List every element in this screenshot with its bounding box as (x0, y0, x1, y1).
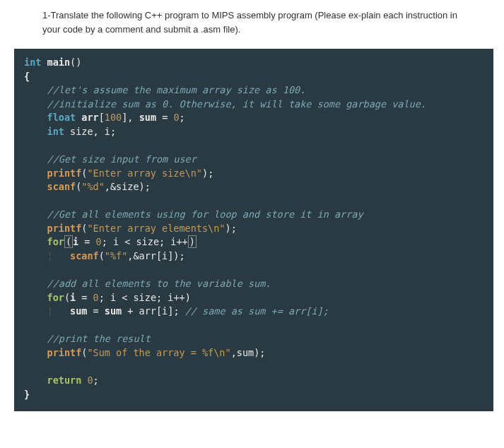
keyword-return: return (47, 375, 82, 386)
semi: ; (180, 112, 185, 123)
num-100: 100 (105, 112, 122, 123)
arr-i: arr[i]; (139, 305, 180, 317)
keyword-int: int (47, 126, 64, 137)
var-sum: sum (70, 305, 87, 317)
plus: + (122, 305, 139, 317)
open-brace: { (24, 71, 30, 82)
question-body: Translate the following C++ program to M… (42, 10, 457, 35)
parens: () (70, 57, 81, 68)
rest: ,&arr[i]); (127, 250, 184, 261)
eq: = (156, 112, 173, 123)
keyword-int: int (24, 57, 41, 68)
var-sum: sum (105, 305, 122, 317)
var-sum: sum (139, 112, 156, 123)
rest: ,&size); (105, 181, 151, 192)
comma: , (127, 112, 139, 123)
cond: i < size; i++) (110, 292, 191, 303)
num-zero: 0 (81, 375, 93, 386)
close-brace: } (24, 389, 30, 400)
indent-guide: ¦ (47, 250, 53, 261)
cursor-paren: ( (64, 235, 73, 248)
code-block: int main() { //let's assume the maximum … (14, 49, 493, 411)
string: "Enter array elements\n" (87, 223, 225, 234)
fn-printf: printf (47, 223, 82, 234)
num-zero: 0 (173, 112, 179, 123)
num-zero: 0 (96, 236, 102, 247)
vars: size, i; (64, 126, 116, 137)
rest: ,sum); (231, 347, 266, 358)
indent-guide: ¦ (47, 305, 53, 317)
fn-printf: printf (47, 347, 82, 358)
comment: //Get size input from user (47, 153, 197, 165)
semi: ; (93, 375, 99, 386)
paren: ); (225, 223, 237, 234)
paren: ( (99, 250, 105, 261)
fn-scanf: scanf (47, 181, 76, 192)
eq: = (78, 236, 95, 247)
keyword-for: for (47, 236, 64, 247)
comment: // same as sum += arr[i]; (180, 305, 329, 317)
string: "Enter array size\n" (87, 167, 202, 179)
string: "%d" (81, 181, 105, 192)
eq: = (87, 305, 104, 317)
question-text: 1-Translate the following C++ program to… (42, 8, 472, 36)
bracket: [ (99, 112, 105, 123)
fn-printf: printf (47, 167, 82, 179)
string: "Sum of the array = %f\n" (87, 347, 230, 358)
semi: ; (102, 236, 113, 247)
cursor-paren: ) (188, 235, 197, 248)
comment: //Get all elements using for loop and st… (47, 208, 363, 220)
num-zero: 0 (93, 292, 99, 303)
comment: //print the result (47, 333, 151, 344)
semi: ; (99, 292, 110, 303)
var-i: i (70, 292, 76, 303)
comment: //initialize sum as 0. Otherwise, it wil… (47, 98, 426, 110)
comment: //let's assume the maximum array size as… (47, 84, 306, 95)
string: "%f" (105, 250, 128, 261)
var-arr: arr (81, 112, 98, 123)
comment: //add all elements to the variable sum. (47, 278, 271, 289)
keyword-for: for (47, 292, 64, 303)
eq: = (76, 292, 93, 303)
cond: i < size; i++ (113, 236, 188, 247)
function-main: main (47, 57, 71, 68)
keyword-float: float (47, 112, 76, 123)
paren: ( (64, 292, 70, 303)
fn-scanf: scanf (70, 250, 99, 261)
var-i: i (73, 236, 78, 247)
question-number: 1- (42, 10, 51, 20)
paren: ); (202, 167, 213, 179)
